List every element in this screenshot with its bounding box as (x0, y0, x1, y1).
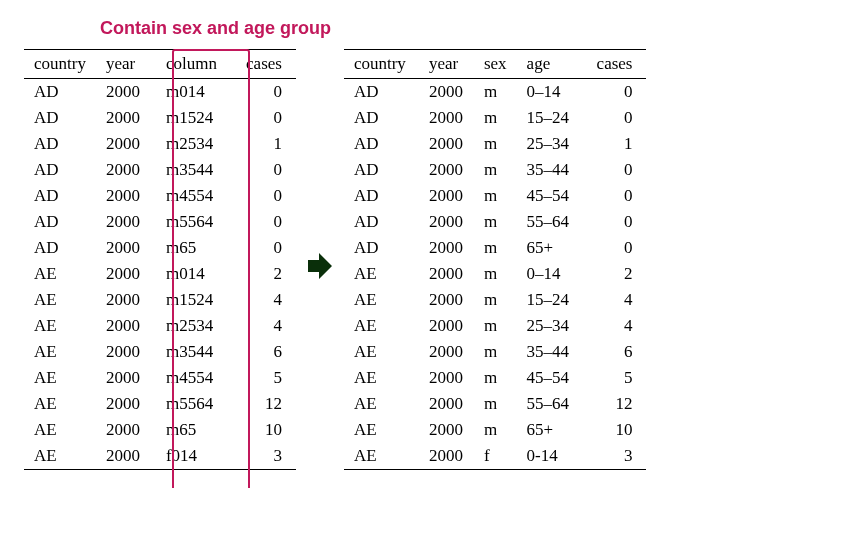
cell-cases: 4 (587, 287, 647, 313)
cell-cases: 0 (587, 183, 647, 209)
cell-country: AD (24, 157, 96, 183)
cell-column: m3544 (156, 339, 236, 365)
table-row: AE2000m0142 (24, 261, 296, 287)
cell-year: 2000 (96, 417, 156, 443)
left-hdr-cases: cases (236, 50, 296, 79)
cell-year: 2000 (419, 209, 474, 235)
table-row: AD2000m0140 (24, 79, 296, 106)
cell-cases: 0 (587, 157, 647, 183)
right-hdr-sex: sex (474, 50, 517, 79)
cell-country: AD (344, 209, 419, 235)
cell-column: m4554 (156, 183, 236, 209)
cell-country: AD (344, 157, 419, 183)
cell-year: 2000 (96, 79, 156, 106)
cell-column: m2534 (156, 313, 236, 339)
right-table-wrap: country year sex age cases AD2000m0–140A… (344, 49, 647, 470)
cell-year: 2000 (419, 261, 474, 287)
cell-cases: 3 (587, 443, 647, 470)
cell-sex: m (474, 79, 517, 106)
cell-age: 65+ (517, 417, 587, 443)
cell-cases: 1 (236, 131, 296, 157)
cell-sex: m (474, 391, 517, 417)
cell-column: f014 (156, 443, 236, 470)
cell-year: 2000 (96, 365, 156, 391)
cell-age: 25–34 (517, 313, 587, 339)
cell-year: 2000 (419, 105, 474, 131)
cell-age: 55–64 (517, 391, 587, 417)
cell-country: AE (344, 261, 419, 287)
cell-column: m1524 (156, 287, 236, 313)
left-hdr-country: country (24, 50, 96, 79)
cell-year: 2000 (96, 183, 156, 209)
cell-cases: 3 (236, 443, 296, 470)
cell-year: 2000 (419, 313, 474, 339)
cell-country: AD (24, 79, 96, 106)
cell-sex: m (474, 261, 517, 287)
cell-cases: 12 (587, 391, 647, 417)
cell-year: 2000 (419, 287, 474, 313)
table-row: AE2000m15–244 (344, 287, 647, 313)
cell-age: 0–14 (517, 261, 587, 287)
cell-year: 2000 (96, 131, 156, 157)
cell-year: 2000 (96, 209, 156, 235)
table-row: AE2000m6510 (24, 417, 296, 443)
cell-country: AD (344, 183, 419, 209)
cell-cases: 1 (587, 131, 647, 157)
cell-cases: 4 (587, 313, 647, 339)
left-table-wrap: country year column cases AD2000m0140AD2… (24, 49, 296, 470)
cell-sex: m (474, 365, 517, 391)
cell-country: AE (24, 417, 96, 443)
cell-age: 15–24 (517, 105, 587, 131)
cell-cases: 6 (587, 339, 647, 365)
cell-cases: 0 (236, 183, 296, 209)
table-row: AD2000m35–440 (344, 157, 647, 183)
table-row: AE2000m45545 (24, 365, 296, 391)
cell-cases: 6 (236, 339, 296, 365)
cell-year: 2000 (96, 235, 156, 261)
cell-year: 2000 (419, 131, 474, 157)
cell-cases: 0 (236, 209, 296, 235)
cell-country: AE (344, 313, 419, 339)
cell-column: m014 (156, 261, 236, 287)
table-row: AE2000m25–344 (344, 313, 647, 339)
cell-country: AE (24, 261, 96, 287)
table-row: AD2000m0–140 (344, 79, 647, 106)
cell-country: AE (344, 287, 419, 313)
table-row: AD2000m65+0 (344, 235, 647, 261)
cell-year: 2000 (96, 105, 156, 131)
cell-country: AD (24, 235, 96, 261)
cell-year: 2000 (419, 79, 474, 106)
cell-year: 2000 (419, 391, 474, 417)
left-hdr-year: year (96, 50, 156, 79)
cell-country: AD (344, 235, 419, 261)
cell-column: m4554 (156, 365, 236, 391)
table-row: AD2000m25341 (24, 131, 296, 157)
cell-sex: m (474, 287, 517, 313)
cell-country: AE (344, 391, 419, 417)
cell-sex: m (474, 105, 517, 131)
cell-year: 2000 (419, 183, 474, 209)
cell-country: AD (24, 105, 96, 131)
cell-sex: m (474, 417, 517, 443)
cell-year: 2000 (96, 313, 156, 339)
cell-cases: 0 (236, 235, 296, 261)
cell-country: AD (344, 79, 419, 106)
table-row: AE2000f0-143 (344, 443, 647, 470)
cell-country: AE (24, 339, 96, 365)
cell-year: 2000 (96, 287, 156, 313)
cell-age: 45–54 (517, 183, 587, 209)
cell-cases: 5 (236, 365, 296, 391)
cell-age: 65+ (517, 235, 587, 261)
cell-age: 35–44 (517, 339, 587, 365)
cell-age: 35–44 (517, 157, 587, 183)
cell-country: AD (24, 183, 96, 209)
table-row: AE2000m55–6412 (344, 391, 647, 417)
cell-year: 2000 (96, 443, 156, 470)
cell-cases: 10 (236, 417, 296, 443)
cell-column: m3544 (156, 157, 236, 183)
cell-year: 2000 (419, 365, 474, 391)
table-row: AE2000m45–545 (344, 365, 647, 391)
table-row: AD2000m55640 (24, 209, 296, 235)
cell-column: m5564 (156, 209, 236, 235)
cell-year: 2000 (419, 417, 474, 443)
